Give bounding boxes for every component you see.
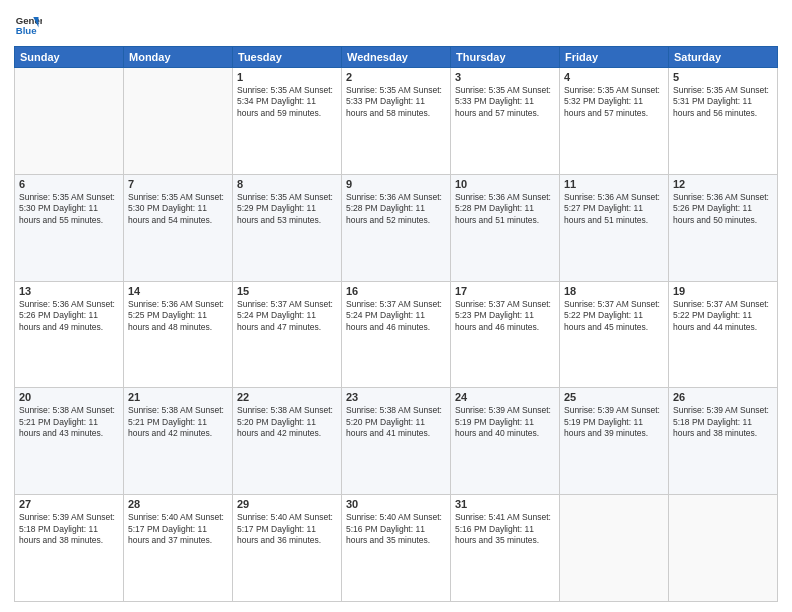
calendar-cell: 22Sunrise: 5:38 AM Sunset: 5:20 PM Dayli… [233,388,342,495]
day-info: Sunrise: 5:40 AM Sunset: 5:16 PM Dayligh… [346,512,446,546]
day-number: 7 [128,178,228,190]
day-info: Sunrise: 5:41 AM Sunset: 5:16 PM Dayligh… [455,512,555,546]
day-number: 12 [673,178,773,190]
day-number: 30 [346,498,446,510]
day-number: 26 [673,391,773,403]
day-number: 20 [19,391,119,403]
calendar-cell [560,495,669,602]
day-number: 15 [237,285,337,297]
day-info: Sunrise: 5:40 AM Sunset: 5:17 PM Dayligh… [237,512,337,546]
calendar-table: SundayMondayTuesdayWednesdayThursdayFrid… [14,46,778,602]
calendar-cell: 6Sunrise: 5:35 AM Sunset: 5:30 PM Daylig… [15,174,124,281]
day-info: Sunrise: 5:37 AM Sunset: 5:24 PM Dayligh… [237,299,337,333]
calendar-cell: 18Sunrise: 5:37 AM Sunset: 5:22 PM Dayli… [560,281,669,388]
header: General Blue [14,10,778,38]
day-info: Sunrise: 5:39 AM Sunset: 5:19 PM Dayligh… [564,405,664,439]
weekday-header-thursday: Thursday [451,47,560,68]
logo: General Blue [14,10,42,38]
day-info: Sunrise: 5:40 AM Sunset: 5:17 PM Dayligh… [128,512,228,546]
day-number: 9 [346,178,446,190]
day-number: 17 [455,285,555,297]
day-number: 8 [237,178,337,190]
calendar-cell: 11Sunrise: 5:36 AM Sunset: 5:27 PM Dayli… [560,174,669,281]
day-number: 21 [128,391,228,403]
day-info: Sunrise: 5:35 AM Sunset: 5:32 PM Dayligh… [564,85,664,119]
calendar-cell: 7Sunrise: 5:35 AM Sunset: 5:30 PM Daylig… [124,174,233,281]
calendar-cell: 15Sunrise: 5:37 AM Sunset: 5:24 PM Dayli… [233,281,342,388]
day-number: 31 [455,498,555,510]
calendar-cell: 29Sunrise: 5:40 AM Sunset: 5:17 PM Dayli… [233,495,342,602]
day-number: 18 [564,285,664,297]
weekday-header-tuesday: Tuesday [233,47,342,68]
calendar-cell: 25Sunrise: 5:39 AM Sunset: 5:19 PM Dayli… [560,388,669,495]
day-info: Sunrise: 5:36 AM Sunset: 5:27 PM Dayligh… [564,192,664,226]
day-number: 28 [128,498,228,510]
day-info: Sunrise: 5:35 AM Sunset: 5:31 PM Dayligh… [673,85,773,119]
calendar-cell: 19Sunrise: 5:37 AM Sunset: 5:22 PM Dayli… [669,281,778,388]
calendar-cell: 10Sunrise: 5:36 AM Sunset: 5:28 PM Dayli… [451,174,560,281]
day-info: Sunrise: 5:35 AM Sunset: 5:33 PM Dayligh… [346,85,446,119]
day-info: Sunrise: 5:36 AM Sunset: 5:28 PM Dayligh… [346,192,446,226]
calendar-cell [669,495,778,602]
calendar-cell: 13Sunrise: 5:36 AM Sunset: 5:26 PM Dayli… [15,281,124,388]
day-info: Sunrise: 5:35 AM Sunset: 5:29 PM Dayligh… [237,192,337,226]
day-number: 23 [346,391,446,403]
day-number: 16 [346,285,446,297]
calendar-cell [124,68,233,175]
calendar-page: General Blue SundayMondayTuesdayWednesda… [0,0,792,612]
calendar-cell: 20Sunrise: 5:38 AM Sunset: 5:21 PM Dayli… [15,388,124,495]
day-number: 29 [237,498,337,510]
day-info: Sunrise: 5:39 AM Sunset: 5:19 PM Dayligh… [455,405,555,439]
calendar-cell [15,68,124,175]
day-number: 5 [673,71,773,83]
day-info: Sunrise: 5:35 AM Sunset: 5:30 PM Dayligh… [19,192,119,226]
calendar-cell: 23Sunrise: 5:38 AM Sunset: 5:20 PM Dayli… [342,388,451,495]
calendar-cell: 8Sunrise: 5:35 AM Sunset: 5:29 PM Daylig… [233,174,342,281]
calendar-cell: 5Sunrise: 5:35 AM Sunset: 5:31 PM Daylig… [669,68,778,175]
weekday-header-saturday: Saturday [669,47,778,68]
calendar-cell: 14Sunrise: 5:36 AM Sunset: 5:25 PM Dayli… [124,281,233,388]
day-info: Sunrise: 5:37 AM Sunset: 5:22 PM Dayligh… [673,299,773,333]
day-number: 4 [564,71,664,83]
weekday-header-monday: Monday [124,47,233,68]
day-info: Sunrise: 5:36 AM Sunset: 5:26 PM Dayligh… [19,299,119,333]
day-info: Sunrise: 5:39 AM Sunset: 5:18 PM Dayligh… [19,512,119,546]
day-info: Sunrise: 5:38 AM Sunset: 5:21 PM Dayligh… [128,405,228,439]
day-number: 2 [346,71,446,83]
calendar-cell: 30Sunrise: 5:40 AM Sunset: 5:16 PM Dayli… [342,495,451,602]
day-number: 22 [237,391,337,403]
day-info: Sunrise: 5:36 AM Sunset: 5:25 PM Dayligh… [128,299,228,333]
day-number: 6 [19,178,119,190]
calendar-cell: 12Sunrise: 5:36 AM Sunset: 5:26 PM Dayli… [669,174,778,281]
day-number: 11 [564,178,664,190]
day-info: Sunrise: 5:37 AM Sunset: 5:23 PM Dayligh… [455,299,555,333]
calendar-cell: 9Sunrise: 5:36 AM Sunset: 5:28 PM Daylig… [342,174,451,281]
day-number: 25 [564,391,664,403]
calendar-cell: 24Sunrise: 5:39 AM Sunset: 5:19 PM Dayli… [451,388,560,495]
day-info: Sunrise: 5:37 AM Sunset: 5:24 PM Dayligh… [346,299,446,333]
day-info: Sunrise: 5:35 AM Sunset: 5:33 PM Dayligh… [455,85,555,119]
calendar-cell: 4Sunrise: 5:35 AM Sunset: 5:32 PM Daylig… [560,68,669,175]
calendar-cell: 3Sunrise: 5:35 AM Sunset: 5:33 PM Daylig… [451,68,560,175]
day-number: 1 [237,71,337,83]
calendar-cell: 17Sunrise: 5:37 AM Sunset: 5:23 PM Dayli… [451,281,560,388]
calendar-cell: 21Sunrise: 5:38 AM Sunset: 5:21 PM Dayli… [124,388,233,495]
calendar-cell: 28Sunrise: 5:40 AM Sunset: 5:17 PM Dayli… [124,495,233,602]
day-info: Sunrise: 5:38 AM Sunset: 5:21 PM Dayligh… [19,405,119,439]
day-number: 24 [455,391,555,403]
day-info: Sunrise: 5:38 AM Sunset: 5:20 PM Dayligh… [237,405,337,439]
weekday-header-sunday: Sunday [15,47,124,68]
day-info: Sunrise: 5:36 AM Sunset: 5:26 PM Dayligh… [673,192,773,226]
calendar-cell: 1Sunrise: 5:35 AM Sunset: 5:34 PM Daylig… [233,68,342,175]
day-info: Sunrise: 5:36 AM Sunset: 5:28 PM Dayligh… [455,192,555,226]
calendar-cell: 16Sunrise: 5:37 AM Sunset: 5:24 PM Dayli… [342,281,451,388]
calendar-cell: 2Sunrise: 5:35 AM Sunset: 5:33 PM Daylig… [342,68,451,175]
calendar-cell: 31Sunrise: 5:41 AM Sunset: 5:16 PM Dayli… [451,495,560,602]
day-number: 14 [128,285,228,297]
calendar-cell: 27Sunrise: 5:39 AM Sunset: 5:18 PM Dayli… [15,495,124,602]
day-number: 19 [673,285,773,297]
logo-icon: General Blue [14,10,42,38]
svg-text:Blue: Blue [16,25,37,36]
day-info: Sunrise: 5:35 AM Sunset: 5:34 PM Dayligh… [237,85,337,119]
day-info: Sunrise: 5:35 AM Sunset: 5:30 PM Dayligh… [128,192,228,226]
